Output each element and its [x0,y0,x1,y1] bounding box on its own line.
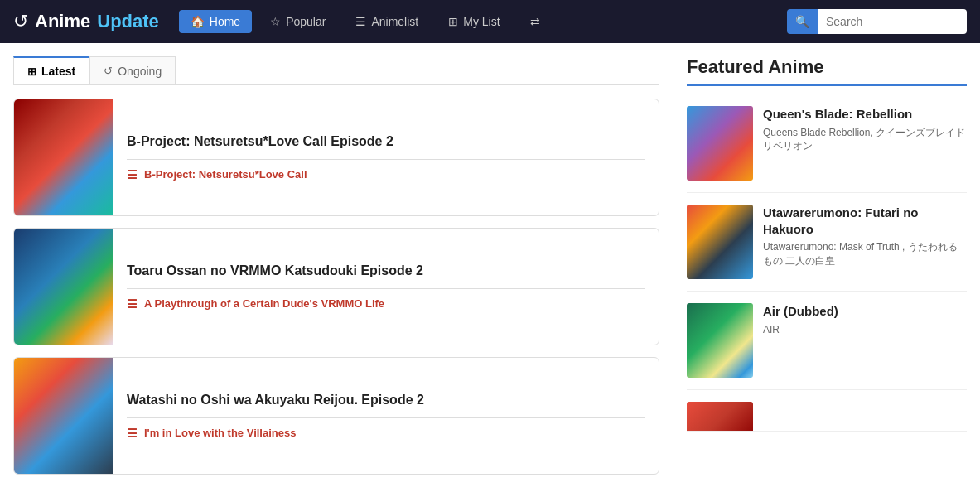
nav-shuffle-button[interactable]: ⇄ [519,10,552,33]
anime-subtitle-1[interactable]: ☰ A Playthrough of a Certain Dude's VRMM… [127,297,645,311]
featured-item-3[interactable] [687,390,967,432]
search-container: 🔍 [787,9,967,34]
anime-card-0: B-Project: Netsuretsu*Love Call Episode … [13,99,659,216]
series-icon-2: ☰ [127,427,138,440]
left-panel: ⊞ Latest ↺ Ongoing B-Project: Netsuretsu… [0,43,673,492]
anime-subtitle-text-1: A Playthrough of a Certain Dude's VRMMO … [144,297,384,310]
featured-title: Featured Anime [687,56,967,86]
tab-ongoing-icon: ↺ [104,65,113,77]
anime-subtitle-text-0: B-Project: Netsuretsu*Love Call [144,168,307,181]
nav-animelist-button[interactable]: ☰ Animelist [344,10,430,33]
anime-subtitle-0[interactable]: ☰ B-Project: Netsuretsu*Love Call [127,168,645,181]
tab-ongoing-label: Ongoing [118,65,162,78]
nav-mylist-label: My List [463,15,500,28]
featured-thumb-0 [687,106,753,181]
anime-title-2: Watashi no Oshi wa Akuyaku Reijou. Episo… [127,393,645,408]
main-container: ⊞ Latest ↺ Ongoing B-Project: Netsuretsu… [0,43,980,492]
nav-animelist-label: Animelist [371,15,418,28]
brand-name-update: Update [97,11,159,32]
nav-home-label: Home [210,15,240,28]
right-panel: Featured Anime Queen's Blade: Rebellion … [673,43,980,492]
thumb-placeholder-2 [14,358,113,474]
nav-popular-button[interactable]: ☆ Popular [258,10,337,33]
brand-icon: ↺ [13,11,28,32]
anime-thumb-1 [14,229,113,345]
featured-thumb-3 [687,402,753,432]
nav-popular-label: Popular [286,15,326,28]
anime-thumb-2 [14,358,113,474]
anime-card-2: Watashi no Oshi wa Akuyaku Reijou. Episo… [13,357,659,475]
shuffle-icon: ⇄ [530,15,540,28]
tabs: ⊞ Latest ↺ Ongoing [13,56,659,85]
featured-meta-0: Queen's Blade: Rebellion Queens Blade Re… [763,106,967,153]
featured-thumb-1 [687,205,753,279]
star-icon: ☆ [270,15,281,28]
featured-item-0[interactable]: Queen's Blade: Rebellion Queens Blade Re… [687,94,967,193]
search-icon: 🔍 [795,15,809,28]
anime-info-2: Watashi no Oshi wa Akuyaku Reijou. Episo… [113,381,659,451]
tab-latest-label: Latest [41,65,75,78]
series-icon-1: ☰ [127,297,138,311]
featured-name-0: Queen's Blade: Rebellion [763,106,967,123]
brand-logo[interactable]: ↺ AnimeUpdate [13,11,159,32]
anime-divider-0 [127,159,645,160]
mylist-icon: ⊞ [448,15,458,28]
anime-divider-2 [127,417,645,418]
featured-item-2[interactable]: Air (Dubbed) AIR [687,292,967,390]
nav-home-button[interactable]: 🏠 Home [179,10,252,33]
featured-alt-2: AIR [763,323,967,337]
thumb-placeholder-0 [14,99,113,215]
list-icon: ☰ [355,15,366,28]
thumb-placeholder-1 [14,229,113,345]
featured-meta-1: Utawarerumono: Futari no Hakuoro Utaware… [763,205,967,268]
featured-item-1[interactable]: Utawarerumono: Futari no Hakuoro Utaware… [687,193,967,292]
anime-subtitle-text-2: I'm in Love with the Villainess [144,427,296,439]
featured-alt-1: Utawarerumono: Mask of Truth , うたわれるもの 二… [763,240,967,268]
anime-info-0: B-Project: Netsuretsu*Love Call Episode … [113,123,659,193]
nav-mylist-button[interactable]: ⊞ My List [437,10,511,33]
featured-name-2: Air (Dubbed) [763,303,967,320]
featured-meta-2: Air (Dubbed) AIR [763,303,967,336]
featured-list: Queen's Blade: Rebellion Queens Blade Re… [687,94,967,432]
featured-alt-0: Queens Blade Rebellion, クイーンズブレイド リベリオン [763,126,967,154]
anime-divider-1 [127,288,645,289]
anime-subtitle-2[interactable]: ☰ I'm in Love with the Villainess [127,427,645,440]
anime-card-1: Toaru Ossan no VRMMO Katsudouki Episode … [13,228,659,345]
tab-latest[interactable]: ⊞ Latest [13,56,89,84]
anime-thumb-0 [14,99,113,215]
search-input[interactable] [818,9,967,34]
featured-name-1: Utawarerumono: Futari no Hakuoro [763,205,967,237]
anime-info-1: Toaru Ossan no VRMMO Katsudouki Episode … [113,252,659,322]
tab-ongoing[interactable]: ↺ Ongoing [89,56,176,84]
tab-latest-icon: ⊞ [27,65,36,78]
search-button[interactable]: 🔍 [787,9,818,34]
anime-title-0: B-Project: Netsuretsu*Love Call Episode … [127,134,645,149]
featured-thumb-2 [687,303,753,378]
brand-name-anime: Anime [35,11,90,32]
anime-title-1: Toaru Ossan no VRMMO Katsudouki Episode … [127,263,645,278]
home-icon: 🏠 [191,15,205,28]
navbar: ↺ AnimeUpdate 🏠 Home ☆ Popular ☰ Animeli… [0,0,980,43]
series-icon-0: ☰ [127,168,138,181]
